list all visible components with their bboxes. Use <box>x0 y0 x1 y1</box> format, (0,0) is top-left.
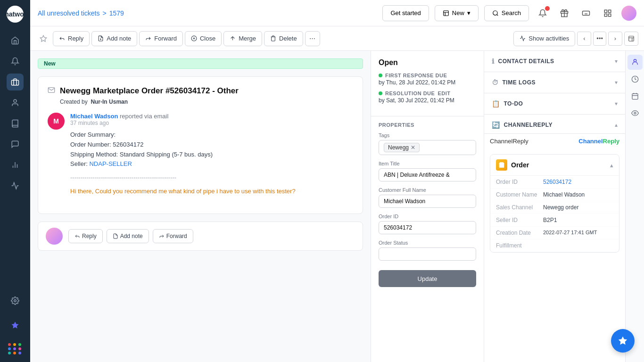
strip-calendar-icon[interactable] <box>627 89 643 104</box>
app-switcher[interactable] <box>6 341 24 356</box>
prev-ticket-button[interactable]: ‹ <box>577 32 591 46</box>
sidebar-item-reports2[interactable] <box>7 177 24 194</box>
message-body: Order Summary: Order Number: 526034172 S… <box>70 130 353 197</box>
notifications-button[interactable] <box>535 5 551 21</box>
resolution-date: by Sat, 30 Jul 2022, 01:42 PM <box>379 97 476 104</box>
user-avatar[interactable] <box>621 6 636 21</box>
ticket-card: Newegg Marketplace Order #526034172 - Ot… <box>38 76 363 214</box>
get-started-label: Get started <box>390 9 421 16</box>
channelreply-brand-label: ChannelReply <box>490 138 528 145</box>
message-via: reported via email <box>120 113 168 120</box>
cr-sales-channel-row: Sales Channel Newegg order <box>490 201 619 214</box>
strip-eye-icon[interactable] <box>627 106 643 121</box>
svg-rect-15 <box>609 14 611 16</box>
reply-user-avatar <box>46 228 63 245</box>
add-note-inline-button[interactable]: Add note <box>107 229 149 243</box>
reply-button[interactable]: Reply <box>53 31 90 46</box>
customer-name-input[interactable] <box>379 195 476 208</box>
channelreply-header[interactable]: 🔄 CHANNELREPLY ▴ <box>484 115 625 134</box>
activities-icon <box>520 35 526 41</box>
sidebar-item-copilot[interactable] <box>7 317 24 334</box>
svg-line-23 <box>231 37 233 39</box>
merge-button[interactable]: Merge <box>223 31 262 46</box>
channelreply-section: 🔄 CHANNELREPLY ▴ ChannelReply ChannelRep… <box>484 115 625 362</box>
reply-inline-button[interactable]: Reply <box>68 229 103 243</box>
next-ticket-button[interactable]: › <box>608 32 622 46</box>
contact-details-header[interactable]: ℹ CONTACT DETAILS ▾ <box>484 51 625 72</box>
tag-remove-button[interactable]: ✕ <box>411 144 415 151</box>
delete-button[interactable]: Delete <box>264 31 303 46</box>
svg-point-1 <box>14 99 17 102</box>
resolution-edit-link[interactable]: Edit <box>438 90 450 96</box>
svg-rect-11 <box>583 11 590 15</box>
cr-customer-name-value: Michael Wadson <box>543 191 613 198</box>
cr-sales-channel-value: Newegg order <box>543 204 613 211</box>
first-response-dot <box>379 74 382 77</box>
close-button[interactable]: Close <box>185 31 222 46</box>
grid-button[interactable] <box>600 5 616 21</box>
keyboard-button[interactable] <box>578 5 594 21</box>
time-logs-header[interactable]: ⏱ TIME LOGS ▾ <box>484 72 625 93</box>
channelreply-card: Order ▴ Order ID 526034172 Customer Name… <box>490 154 619 253</box>
todo-icon: 📋 <box>492 100 500 107</box>
item-title-input[interactable] <box>379 168 476 181</box>
update-button[interactable]: Update <box>379 270 476 287</box>
cr-card-header[interactable]: Order ▴ <box>490 155 619 176</box>
status-badge: New <box>38 58 363 69</box>
svg-point-29 <box>634 59 636 62</box>
layout-button[interactable] <box>624 32 638 46</box>
gift-button[interactable] <box>556 5 572 21</box>
order-status-input[interactable] <box>379 247 476 261</box>
sidebar-item-tickets[interactable] <box>7 74 24 90</box>
top-header: All unresolved tickets > 1579 Get starte… <box>30 0 644 26</box>
message-author[interactable]: Michael Wadson <box>70 113 118 120</box>
item-title-label: Item Title <box>379 161 476 166</box>
sidebar-item-notifications[interactable] <box>7 53 24 70</box>
channelreply-chevron: ▴ <box>615 122 618 128</box>
star-button[interactable] <box>36 31 51 46</box>
sidebar-item-home[interactable] <box>7 32 24 49</box>
order-status-field: Order Status <box>379 240 476 261</box>
forward-inline-button[interactable]: Forward <box>153 229 193 243</box>
app-logo[interactable]: Chatwoot <box>7 6 24 23</box>
add-note-button[interactable]: Add note <box>91 31 137 46</box>
todo-header[interactable]: 📋 TO-DO ▾ <box>484 93 625 114</box>
cr-seller-id-row: Seller ID B2P1 <box>490 214 619 227</box>
tags-field: Tags Newegg ✕ <box>379 132 476 155</box>
breadcrumb-link[interactable]: All unresolved tickets <box>38 9 100 17</box>
new-button[interactable]: New ▾ <box>435 5 479 21</box>
more-options-button[interactable]: ⋯ <box>305 31 320 46</box>
sidebar-item-knowledge[interactable] <box>7 115 24 132</box>
strip-clock-icon[interactable] <box>627 72 643 87</box>
author-avatar: M <box>48 113 65 130</box>
ticket-created-info: Created by Nur-In Usman <box>48 99 353 105</box>
reply-icon <box>59 35 65 41</box>
get-started-button[interactable]: Get started <box>382 5 429 21</box>
ticket-creator[interactable]: Nur-In Usman <box>91 99 128 105</box>
cr-fulfillment-value <box>543 242 613 249</box>
sidebar-item-reports1[interactable] <box>7 156 24 173</box>
sidebar-item-contacts[interactable] <box>7 94 24 111</box>
search-button[interactable]: Search <box>484 5 529 21</box>
more-nav-button[interactable]: ••• <box>593 32 606 46</box>
show-activities-button[interactable]: Show activities <box>513 31 575 46</box>
ticket-question: Hi there, Could you recommend me what ki… <box>70 187 353 197</box>
channelreply-icon: 🔄 <box>492 121 500 129</box>
sidebar-item-conversations[interactable] <box>7 136 24 153</box>
strip-contact-icon[interactable] <box>627 55 643 70</box>
seller-link[interactable]: NDAP-SELLER <box>89 160 132 167</box>
tags-input[interactable]: Newegg ✕ <box>379 140 476 155</box>
new-icon <box>443 10 449 16</box>
sidebar-item-settings[interactable] <box>7 292 24 309</box>
svg-marker-16 <box>40 35 46 41</box>
cr-card-chevron[interactable]: ▴ <box>610 162 613 169</box>
cr-fulfillment-row: Fulfillment <box>490 239 619 252</box>
order-id-input[interactable] <box>379 221 476 234</box>
forward-button[interactable]: Forward <box>139 31 183 46</box>
ticket-info-panel: Open FIRST RESPONSE DUE by Thu, 28 Jul 2… <box>371 51 484 362</box>
contact-details-chevron: ▾ <box>615 58 618 65</box>
contact-details-icon: ℹ <box>492 58 495 65</box>
cr-order-id-value[interactable]: 526034172 <box>543 179 613 185</box>
search-icon <box>492 10 499 16</box>
floating-chat-button[interactable] <box>611 329 635 353</box>
